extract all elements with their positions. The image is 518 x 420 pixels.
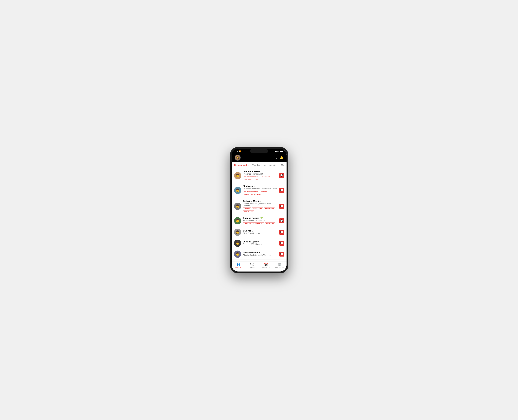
tag: LEADERSHIP <box>260 176 271 178</box>
list-item: 👨 Eugene Kazaev 🍀 iOS developer , Websum… <box>232 215 286 227</box>
list-item: 👩 Jessica Djomo Founder, CEO, Hakcess 💬 <box>232 238 286 249</box>
message-icon: 💬 <box>280 189 283 192</box>
list-item: 👨 Jim Marous Founder & Journalist, The F… <box>232 183 286 198</box>
tag: ADVERTISING <box>243 210 255 213</box>
list-item: 👨 Octavius Mihaies Partner Technology, A… <box>232 198 286 215</box>
people-icon: 👥 <box>236 263 240 267</box>
nav-schedule[interactable]: 📅 SCHEDULE <box>261 263 270 269</box>
person-name: Gideon Hoffman <box>243 251 278 254</box>
tab-my[interactable]: My <box>280 162 286 168</box>
tab-my-connections[interactable]: My connections <box>262 162 280 168</box>
person-name: Jessica Djomo <box>243 240 278 243</box>
list-item: 👩 Joanne Frearson Freelance Journalist, … <box>232 168 286 183</box>
chat-button[interactable]: 💬 <box>279 252 284 256</box>
signal-bars-icon <box>235 151 238 152</box>
person-title: CEO, Brixwell Limited <box>243 232 278 234</box>
tag: INVESTMENT <box>264 208 275 210</box>
tag: MEDIA <box>254 179 260 181</box>
tags: CONTENT CREATIONFINANCEFINTECH AND PAYME… <box>243 191 278 196</box>
person-name: Octavius Mihaies <box>243 200 278 202</box>
avatar-image: 👩 <box>235 155 240 160</box>
tags: CONTENT CREATIONLEADERSHIPMARKETINGMEDIA <box>243 176 278 181</box>
person-title: Director, Scale Up Media Ventures <box>243 254 278 256</box>
chat-icon: 💬 <box>250 263 254 267</box>
nav-chats-label: CHATS <box>250 267 255 269</box>
tab-recommended[interactable]: Recommended <box>233 162 251 168</box>
message-icon: 💬 <box>280 253 283 255</box>
battery-percentage: 100% <box>274 150 279 152</box>
person-info: SUSAN N CEO, Brixwell Limited <box>243 229 278 235</box>
tag: CONTENT CREATION <box>243 176 259 178</box>
phone-frame: 📶 100% 👩 ⌕ 🔔 Recommended <box>230 147 288 273</box>
chat-button[interactable]: 💬 <box>279 241 284 246</box>
wifi-icon: 📶 <box>239 150 241 152</box>
chat-button[interactable]: 💬 <box>279 188 284 193</box>
tag: FRONT-END DEVELOPMENT <box>243 223 264 225</box>
person-info: Joanne Frearson Freelance Journalist, PM… <box>243 170 278 181</box>
nav-chats[interactable]: 💬 CHATS <box>248 263 257 269</box>
header-icons: ⌕ 🔔 <box>276 156 284 159</box>
app-header: 👩 ⌕ 🔔 <box>232 153 286 162</box>
person-info: Jim Marous Founder & Journalist, The Fin… <box>243 185 278 196</box>
tag: MARKETING <box>265 223 275 225</box>
tags: FINANCEFUNDRAISINGINVESTMENTADVERTISING <box>243 208 278 213</box>
person-info: Jessica Djomo Founder, CEO, Hakcess <box>243 240 278 246</box>
person-avatar: 👩 <box>234 229 241 236</box>
bell-icon[interactable]: 🔔 <box>280 156 284 159</box>
person-avatar: 👨 <box>234 251 241 258</box>
tag: MARKETING <box>243 179 253 181</box>
tag: FINANCE <box>243 208 251 210</box>
bottom-nav: 👥 PEOPLE 💬 CHATS 📅 SCHEDULE 🏢 COMPANIES <box>232 261 286 271</box>
person-avatar: 👨 <box>234 203 241 210</box>
person-avatar: 👨 <box>234 187 241 194</box>
avatar[interactable]: 👩 <box>235 155 241 161</box>
search-icon[interactable]: ⌕ <box>276 156 277 159</box>
schedule-icon: 📅 <box>264 263 268 267</box>
chat-button[interactable]: 💬 <box>279 230 284 235</box>
status-left: 📶 <box>235 150 241 152</box>
person-info: Eugene Kazaev 🍀 iOS developer , Websummi… <box>243 217 278 225</box>
person-name: Jim Marous <box>243 185 278 188</box>
phone-screen: 📶 100% 👩 ⌕ 🔔 Recommended <box>232 149 286 271</box>
chat-button[interactable]: 💬 <box>279 173 284 178</box>
tag: FUNDRAISING <box>252 208 263 210</box>
nav-companies-label: COMPANIES <box>275 267 284 269</box>
person-title: Freelance Journalist, PMI <box>243 173 278 175</box>
battery-fill <box>280 151 283 152</box>
person-title: Founder & Journalist, The Financial Bran… <box>243 188 278 190</box>
person-avatar: 👩 <box>234 240 241 247</box>
tag: FINTECH AND PAYMENTS <box>243 194 263 196</box>
nav-people-label: PEOPLE <box>235 267 241 269</box>
nav-companies[interactable]: 🏢 COMPANIES <box>275 263 284 269</box>
chat-button[interactable]: 💬 <box>279 218 284 223</box>
person-info: Gideon Hoffman Director, Scale Up Media … <box>243 251 278 257</box>
list-item: 👨 Tianchi Wu Student, Ryerson university… <box>232 260 286 261</box>
tabs-bar: Recommended Trending My connections My <box>232 162 286 168</box>
list-item: 👨 Gideon Hoffman Director, Scale Up Medi… <box>232 249 286 260</box>
person-name: Joanne Frearson <box>243 170 278 172</box>
people-list: 👩 Joanne Frearson Freelance Journalist, … <box>232 168 286 261</box>
chat-button[interactable]: 💬 <box>279 204 284 209</box>
tag: CONTENT CREATION <box>243 191 259 193</box>
person-title: Partner Technology, Access Capital Partn… <box>243 202 278 207</box>
notch <box>250 149 268 153</box>
nav-people[interactable]: 👥 PEOPLE <box>234 263 243 269</box>
person-avatar: 👨 <box>234 217 241 224</box>
person-name: SUSAN N <box>243 229 278 232</box>
battery-icon <box>280 150 283 152</box>
person-title: iOS developer , Websummit <box>243 220 278 222</box>
tab-trending[interactable]: Trending <box>251 162 262 168</box>
list-item: 👩 SUSAN N CEO, Brixwell Limited 💬 <box>232 227 286 238</box>
status-right: 100% <box>274 150 283 152</box>
person-avatar: 👩 <box>234 172 241 179</box>
person-title: Founder, CEO, Hakcess <box>243 243 278 245</box>
message-icon: 💬 <box>280 231 283 234</box>
tag: FINANCE <box>260 191 268 193</box>
person-info: Octavius Mihaies Partner Technology, Acc… <box>243 200 278 213</box>
tags: FRONT-END DEVELOPMENTMARKETING <box>243 223 278 225</box>
person-name: Eugene Kazaev 🍀 <box>243 217 278 219</box>
message-icon: 💬 <box>280 205 283 208</box>
message-icon: 💬 <box>280 242 283 245</box>
message-icon: 💬 <box>280 174 283 177</box>
message-icon: 💬 <box>280 219 283 222</box>
